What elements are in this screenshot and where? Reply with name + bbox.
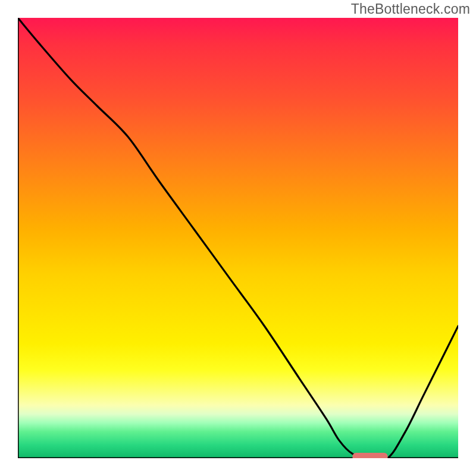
svg-rect-0 bbox=[352, 453, 387, 458]
optimal-range-marker bbox=[18, 18, 458, 458]
chart-container: TheBottleneck.com bbox=[0, 0, 476, 476]
watermark-text: TheBottleneck.com bbox=[351, 1, 470, 17]
